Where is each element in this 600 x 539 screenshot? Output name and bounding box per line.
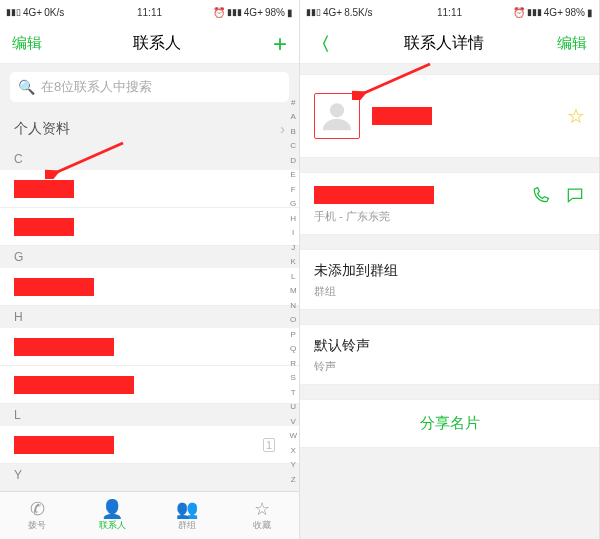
index-letter[interactable]: E <box>289 170 297 180</box>
index-letter[interactable]: I <box>289 228 297 238</box>
index-letter[interactable]: B <box>289 127 297 137</box>
section-header: H <box>0 306 299 328</box>
page-title: 联系人 <box>133 33 181 54</box>
index-letter[interactable]: F <box>289 185 297 195</box>
net-label: 4G+ <box>323 7 342 18</box>
message-icon[interactable] <box>565 185 585 205</box>
call-icon[interactable] <box>531 185 551 205</box>
section-header: Y <box>0 464 299 486</box>
share-card-button[interactable]: 分享名片 <box>300 399 599 448</box>
index-letter[interactable]: X <box>289 446 297 456</box>
net-speed: 0K/s <box>44 7 64 18</box>
index-letter[interactable]: S <box>289 373 297 383</box>
contact-detail-screen: ▮▮▯ 4G+ 8.5K/s 11:11 ⏰ ▮▮▮ 4G+ 98% ▮ 〈 联… <box>300 0 600 539</box>
index-letter[interactable]: W <box>289 431 297 441</box>
battery-icon: ▮ <box>287 7 293 18</box>
alarm-icon: ⏰ <box>513 7 525 18</box>
tab-contacts[interactable]: 👤 联系人 <box>75 492 150 539</box>
contact-row[interactable] <box>0 366 299 404</box>
my-profile-row[interactable]: 个人资料 › <box>0 110 299 148</box>
signal-icon: ▮▮▯ <box>6 7 21 17</box>
index-letter[interactable]: J <box>289 243 297 253</box>
index-letter[interactable]: G <box>289 199 297 209</box>
index-letter[interactable]: K <box>289 257 297 267</box>
favorite-star-button[interactable]: ☆ <box>567 104 585 128</box>
tab-dial[interactable]: ✆ 拨号 <box>0 492 75 539</box>
contact-row[interactable] <box>0 328 299 366</box>
index-letter[interactable]: Z <box>289 475 297 485</box>
index-letter[interactable]: R <box>289 359 297 369</box>
index-letter[interactable]: M <box>289 286 297 296</box>
tab-label: 拨号 <box>28 519 46 532</box>
index-letter[interactable]: T <box>289 388 297 398</box>
tab-bar: ✆ 拨号 👤 联系人 👥 群组 ☆ 收藏 <box>0 491 299 539</box>
contact-name-redacted <box>14 436 114 454</box>
search-icon: 🔍 <box>18 79 35 95</box>
section-header: L <box>0 404 299 426</box>
tab-label: 群组 <box>178 519 196 532</box>
net-label: 4G+ <box>23 7 42 18</box>
contact-name-redacted <box>14 180 74 198</box>
index-letter[interactable]: D <box>289 156 297 166</box>
index-letter[interactable]: C <box>289 141 297 151</box>
page-title: 联系人详情 <box>404 33 484 54</box>
edit-button[interactable]: 编辑 <box>12 34 42 53</box>
index-letter[interactable]: A <box>289 112 297 122</box>
tab-label: 收藏 <box>253 519 271 532</box>
index-letter[interactable]: V <box>289 417 297 427</box>
group-sublabel: 群组 <box>314 284 585 299</box>
back-button[interactable]: 〈 <box>312 32 330 56</box>
index-letter[interactable]: P <box>289 330 297 340</box>
net-label-2: 4G+ <box>244 7 263 18</box>
battery-label: 98% <box>565 7 585 18</box>
contact-row[interactable] <box>0 170 299 208</box>
ringtone-sublabel: 铃声 <box>314 359 585 374</box>
index-letter[interactable]: U <box>289 402 297 412</box>
index-letter[interactable]: # <box>289 98 297 108</box>
search-input[interactable]: 🔍 在8位联系人中搜索 <box>10 72 289 102</box>
chevron-right-icon: › <box>280 121 285 137</box>
add-contact-button[interactable]: + <box>273 32 287 56</box>
status-time: 11:11 <box>437 7 462 18</box>
index-letter[interactable]: N <box>289 301 297 311</box>
index-letter[interactable]: Q <box>289 344 297 354</box>
contact-header-card[interactable]: ☆ <box>300 74 599 158</box>
ringtone-block[interactable]: 默认铃声 铃声 <box>300 324 599 385</box>
contact-name-redacted <box>14 338 114 356</box>
index-letter[interactable]: H <box>289 214 297 224</box>
group-block[interactable]: 未添加到群组 群组 <box>300 249 599 310</box>
contacts-list-screen: ▮▮▯ 4G+ 0K/s 11:11 ⏰ ▮▮▮ 4G+ 98% ▮ 编辑 联系… <box>0 0 300 539</box>
search-placeholder: 在8位联系人中搜索 <box>41 78 152 96</box>
edit-button[interactable]: 编辑 <box>557 34 587 53</box>
signal-icon: ▮▮▯ <box>306 7 321 17</box>
phone-sublabel: 手机 - 广东东莞 <box>314 209 585 224</box>
tab-favorites[interactable]: ☆ 收藏 <box>224 492 299 539</box>
index-letter[interactable]: Y <box>289 460 297 470</box>
phone-number-redacted <box>314 186 434 204</box>
avatar[interactable] <box>314 93 360 139</box>
contact-row[interactable]: 1 <box>0 426 299 464</box>
people-icon: 👥 <box>176 500 198 518</box>
index-letter[interactable]: L <box>289 272 297 282</box>
contacts-header: 编辑 联系人 + <box>0 24 299 64</box>
status-time: 11:11 <box>137 7 162 18</box>
tab-groups[interactable]: 👥 群组 <box>150 492 225 539</box>
alpha-index[interactable]: #ABCDEFGHIJKLMNOPQRSTUVWXYZ <box>289 94 297 489</box>
net-label-2: 4G+ <box>544 7 563 18</box>
tab-label: 联系人 <box>99 519 126 532</box>
person-icon: 👤 <box>101 500 123 518</box>
status-bar: ▮▮▯ 4G+ 8.5K/s 11:11 ⏰ ▮▮▮ 4G+ 98% ▮ <box>300 0 599 24</box>
contact-row[interactable] <box>0 268 299 306</box>
phone-icon: ✆ <box>30 500 45 518</box>
star-icon: ☆ <box>254 500 270 518</box>
phone-block[interactable]: 手机 - 广东东莞 <box>300 172 599 235</box>
profile-label: 个人资料 <box>14 120 70 138</box>
detail-header: 〈 联系人详情 编辑 <box>300 24 599 64</box>
battery-label: 98% <box>265 7 285 18</box>
contact-row[interactable] <box>0 208 299 246</box>
sim-badge: 1 <box>263 438 275 452</box>
signal-icon-2: ▮▮▮ <box>227 7 242 17</box>
index-letter[interactable]: O <box>289 315 297 325</box>
battery-icon: ▮ <box>587 7 593 18</box>
alarm-icon: ⏰ <box>213 7 225 18</box>
